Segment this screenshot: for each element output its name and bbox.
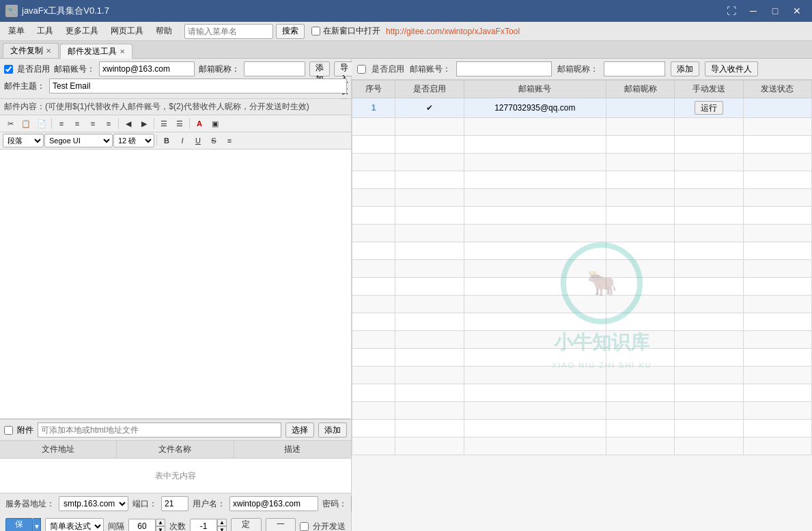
mode-select[interactable]: 简单表达式 — [45, 518, 104, 531]
editor-area[interactable] — [0, 149, 351, 419]
maximize-button[interactable]: □ — [766, 3, 785, 18]
cell-account: 1277032935@qq.com — [464, 98, 606, 118]
attachment-input[interactable] — [38, 422, 281, 437]
enable-checkbox[interactable] — [4, 65, 13, 74]
toolbar-paste[interactable]: 📄 — [34, 117, 49, 130]
account-row: 是否启用 邮箱账号： 邮箱昵称： 添加 导入收件人 — [4, 61, 347, 76]
right-add-button[interactable]: 添加 — [671, 61, 699, 76]
toolbar-justify[interactable]: ≡ — [101, 117, 116, 130]
schedule-run-button[interactable]: 定时运行 — [231, 518, 262, 531]
menu-item-3[interactable]: 网页工具 — [105, 23, 149, 39]
subject-label: 邮件主题： — [4, 81, 45, 92]
interval-spinner: ▲ ▼ — [128, 519, 165, 531]
count-spinner-btns: ▲ ▼ — [217, 519, 227, 531]
minimize-button[interactable]: ─ — [744, 3, 763, 18]
menu-item-2[interactable]: 更多工具 — [60, 23, 104, 39]
table-row-empty — [352, 171, 812, 189]
tab-email-tool-close[interactable]: ✕ — [120, 48, 125, 55]
title-bar: 🔧 javaFx工具集合V0.1.7 ⛶ ─ □ ✕ — [0, 0, 812, 22]
search-button[interactable]: 搜索 — [276, 24, 305, 39]
toolbar-highlight[interactable]: ▣ — [208, 117, 223, 130]
fullscreen-button[interactable]: ⛶ — [722, 3, 741, 18]
toolbar-indent-left[interactable]: ◀ — [121, 117, 136, 130]
server-select[interactable]: smtp.163.com — [59, 496, 128, 511]
attachment-select-button[interactable]: 选择 — [285, 422, 314, 437]
subject-input[interactable] — [49, 78, 347, 94]
add-account-button[interactable]: 添加 — [309, 61, 330, 76]
table-row-empty — [352, 367, 812, 384]
font-select[interactable]: Segoe UI — [44, 134, 113, 147]
attachment-checkbox[interactable] — [4, 426, 13, 435]
interval-up[interactable]: ▲ — [156, 519, 165, 526]
run-all-button[interactable]: 一键执行 — [266, 518, 296, 531]
toolbar-underline[interactable]: U — [191, 134, 206, 147]
right-top: 是否启用 邮箱账号： 邮箱昵称： 添加 导入收件人 — [352, 59, 812, 80]
toolbar-cut[interactable]: ✂ — [3, 117, 18, 130]
interval-spinner-btns: ▲ ▼ — [156, 519, 165, 531]
tab-email-tool[interactable]: 邮件发送工具 ✕ — [60, 44, 132, 59]
toolbar-indent-right[interactable]: ▶ — [137, 117, 152, 130]
count-spinner: ▲ ▼ — [190, 519, 227, 531]
count-up[interactable]: ▲ — [217, 519, 227, 526]
toolbar-align[interactable]: ≡ — [222, 134, 237, 147]
toolbar-list-bullet[interactable]: ☰ — [156, 117, 171, 130]
right-account-input[interactable] — [456, 61, 552, 76]
right-nickname-label: 邮箱昵称： — [557, 63, 598, 75]
password-label: 密码： — [322, 498, 347, 510]
toolbar-strikethrough[interactable]: S — [206, 134, 221, 147]
tab-file-copy[interactable]: 文件复制 ✕ — [3, 43, 59, 58]
menu-item-4[interactable]: 帮助 — [150, 23, 178, 39]
run-button[interactable]: 运行 — [695, 101, 723, 115]
menu-item-0[interactable]: 菜单 — [3, 23, 30, 39]
attachment-row: 附件 选择 添加 — [0, 420, 351, 441]
gitee-link[interactable]: http://gitee.com/xwintop/xJavaFxTool — [386, 27, 520, 36]
left-panel: 是否启用 邮箱账号： 邮箱昵称： 添加 导入收件人 邮件主题： 邮件内容：(可使… — [0, 59, 352, 531]
search-input[interactable] — [184, 24, 273, 39]
toolbar-align-center[interactable]: ≡ — [70, 117, 85, 130]
close-button[interactable]: ✕ — [787, 3, 807, 18]
separate-send-checkbox[interactable] — [300, 522, 309, 531]
tab-file-copy-close[interactable]: ✕ — [46, 47, 51, 55]
username-input[interactable] — [229, 496, 318, 511]
table-row-empty — [352, 154, 812, 171]
save-config-dropdown[interactable]: ▼ — [33, 518, 41, 531]
content-label: 邮件内容：(可使用$(1)代替收件人邮件账号，$(2)代替收件人昵称，分开发送时… — [0, 99, 351, 115]
toolbar-bold[interactable]: B — [159, 134, 174, 147]
save-config-button[interactable]: 保存配置 — [5, 518, 33, 531]
app-icon: 🔧 — [5, 5, 18, 17]
interval-input[interactable] — [128, 519, 156, 531]
email-header: 是否启用 邮箱账号： 邮箱昵称： 添加 导入收件人 邮件主题： — [0, 59, 351, 99]
toolbar-list-numbered[interactable]: ☰ — [172, 117, 187, 130]
editor-toolbar-1: ✂ 📋 📄 ≡ ≡ ≡ ≡ ◀ ▶ ☰ ☰ A ▣ — [0, 115, 351, 132]
nickname-input[interactable] — [244, 61, 305, 76]
bottom-bar-row2: 保存配置 ▼ 简单表达式 间隔 ▲ ▼ 次数 — [5, 518, 346, 531]
toolbar-italic[interactable]: I — [175, 134, 190, 147]
menu-bar: 菜单 工具 更多工具 网页工具 帮助 搜索 在新窗口中打开 http://git… — [0, 22, 812, 41]
cell-status — [743, 98, 811, 118]
count-input[interactable] — [190, 519, 217, 531]
paragraph-select[interactable]: 段落 — [3, 134, 44, 147]
table-row-empty — [352, 189, 812, 207]
menu-item-1[interactable]: 工具 — [31, 23, 59, 39]
port-input[interactable] — [161, 496, 188, 511]
size-select[interactable]: 12 磅 — [113, 134, 154, 147]
account-input[interactable] — [99, 61, 195, 76]
new-window-checkbox[interactable] — [311, 27, 320, 35]
right-enable-checkbox[interactable] — [357, 65, 366, 74]
attachment-add-button[interactable]: 添加 — [318, 422, 347, 437]
table-row-empty — [352, 278, 812, 296]
right-import-button[interactable]: 导入收件人 — [705, 61, 758, 76]
interval-label: 间隔 — [108, 521, 124, 532]
toolbar-align-left[interactable]: ≡ — [54, 117, 69, 130]
interval-down[interactable]: ▼ — [156, 526, 165, 531]
cell-enabled: ✔ — [395, 98, 464, 118]
toolbar-copy[interactable]: 📋 — [18, 117, 33, 130]
cell-run[interactable]: 运行 — [675, 98, 743, 118]
table-row-empty — [352, 260, 812, 278]
col-file-name: 文件名称 — [117, 441, 234, 458]
count-down[interactable]: ▼ — [217, 526, 227, 531]
toolbar-font-color[interactable]: A — [192, 117, 207, 130]
col-file-path: 文件地址 — [0, 441, 117, 458]
toolbar-align-right[interactable]: ≡ — [85, 117, 100, 130]
right-nickname-input[interactable] — [604, 61, 665, 76]
